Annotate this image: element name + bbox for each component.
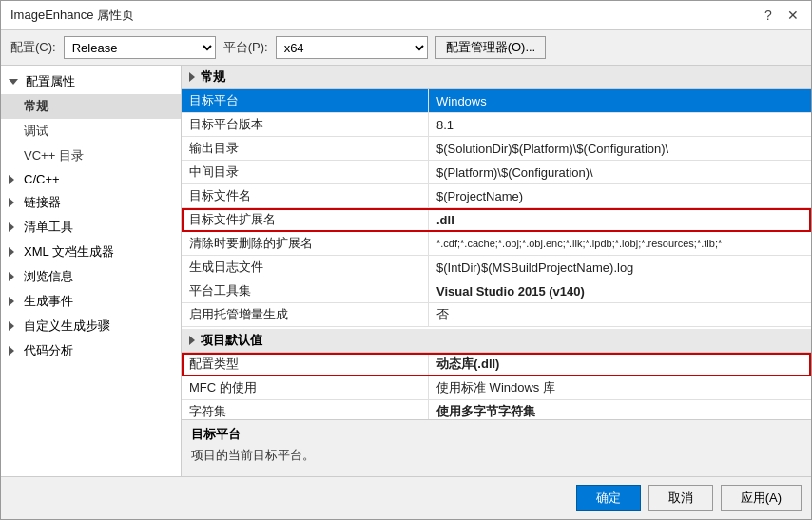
section-general-label: 常规 [201, 68, 225, 86]
prop-name-target-platform-ver: 目标平台版本 [182, 113, 429, 136]
prop-value-build-log: $(IntDir)$(MSBuildProjectName).log [429, 258, 811, 278]
sidebar-item-linker[interactable]: 链接器 [1, 190, 181, 215]
prop-name-config-type: 配置类型 [182, 353, 429, 376]
prop-value-target-platform-ver: 8.1 [429, 115, 811, 135]
section-project-defaults-header: 项目默认值 [182, 329, 811, 353]
prop-row-output-dir[interactable]: 输出目录 $(SolutionDir)$(Platform)\$(Configu… [182, 137, 811, 161]
sidebar-item-linker-label: 链接器 [24, 194, 61, 211]
ok-button[interactable]: 确定 [576, 485, 641, 511]
collapse-icon [9, 79, 18, 85]
prop-row-target-ext[interactable]: 目标文件扩展名 .dll [182, 208, 811, 232]
property-grid: 常规 目标平台 Windows 目标平台版本 8.1 输出目录 $(Soluti… [182, 66, 811, 419]
sidebar-item-cpp[interactable]: C/C++ [1, 168, 181, 190]
prop-value-intermediate-dir: $(Platform)\$(Configuration)\ [429, 163, 811, 183]
prop-name-managed-incremental: 启用托管增量生成 [182, 303, 429, 326]
sidebar-item-manifest[interactable]: 清单工具 [1, 215, 181, 240]
platform-label: 平台(P): [223, 39, 268, 56]
sidebar-item-vc-dir[interactable]: VC++ 目录 [1, 144, 181, 168]
sidebar-section-label: 配置属性 [26, 73, 75, 90]
sidebar-item-general[interactable]: 常规 [1, 94, 181, 119]
section-project-defaults-label: 项目默认值 [201, 332, 262, 349]
config-manager-button[interactable]: 配置管理器(O)... [435, 36, 547, 59]
sidebar-item-build-events-label: 生成事件 [24, 293, 73, 310]
sidebar-item-manifest-label: 清单工具 [24, 219, 73, 236]
bottom-panel-title: 目标平台 [191, 426, 802, 443]
prop-name-charset: 字符集 [182, 400, 429, 419]
prop-value-managed-incremental: 否 [429, 303, 811, 326]
prop-name-target-ext: 目标文件扩展名 [182, 208, 429, 231]
prop-row-target-name[interactable]: 目标文件名 $(ProjectName) [182, 184, 811, 208]
prop-value-clean-ext: *.cdf;*.cache;*.obj;*.obj.enc;*.ilk;*.ip… [429, 235, 811, 252]
prop-name-target-name: 目标文件名 [182, 184, 429, 207]
prop-row-target-platform-ver[interactable]: 目标平台版本 8.1 [182, 113, 811, 137]
main-dialog: ImageEnhance 属性页 ? ✕ 配置(C): Release 平台(P… [0, 0, 812, 520]
prop-name-target-platform: 目标平台 [182, 89, 429, 112]
prop-value-mfc-use: 使用标准 Windows 库 [429, 376, 811, 399]
sidebar-item-xml-label: XML 文档生成器 [24, 243, 114, 260]
prop-value-output-dir: $(SolutionDir)$(Platform)\$(Configuratio… [429, 139, 811, 159]
sidebar-item-code-analysis-label: 代码分析 [24, 342, 73, 359]
config-label: 配置(C): [10, 39, 56, 56]
sidebar-item-custom-build-label: 自定义生成步骤 [24, 318, 110, 335]
sidebar-item-browse-label: 浏览信息 [24, 268, 73, 285]
prop-value-target-ext: .dll [429, 210, 811, 230]
window-title: ImageEnhance 属性页 [10, 7, 134, 24]
title-bar: ImageEnhance 属性页 ? ✕ [1, 1, 811, 30]
dialog-footer: 确定 取消 应用(A) [1, 476, 811, 519]
sidebar-item-build-events[interactable]: 生成事件 [1, 289, 181, 314]
prop-value-target-platform: Windows [429, 91, 811, 111]
prop-row-clean-ext[interactable]: 清除时要删除的扩展名 *.cdf;*.cache;*.obj;*.obj.enc… [182, 232, 811, 256]
sidebar-item-custom-build[interactable]: 自定义生成步骤 [1, 314, 181, 338]
prop-row-target-platform[interactable]: 目标平台 Windows [182, 89, 811, 113]
prop-row-mfc-use[interactable]: MFC 的使用 使用标准 Windows 库 [182, 376, 811, 400]
sidebar-item-browse[interactable]: 浏览信息 [1, 264, 181, 289]
cancel-button[interactable]: 取消 [648, 485, 713, 511]
prop-name-clean-ext: 清除时要删除的扩展名 [182, 232, 429, 255]
prop-row-intermediate-dir[interactable]: 中间目录 $(Platform)\$(Configuration)\ [182, 161, 811, 184]
content-area: 常规 目标平台 Windows 目标平台版本 8.1 输出目录 $(Soluti… [182, 66, 811, 476]
sidebar-config-properties[interactable]: 配置属性 [1, 69, 181, 94]
apply-button[interactable]: 应用(A) [721, 485, 802, 511]
prop-row-config-type[interactable]: 配置类型 动态库(.dll) [182, 353, 811, 376]
sidebar: 配置属性 常规 调试 VC++ 目录 C/C++ 链接器 清单工具 XML 文档… [1, 66, 182, 476]
sidebar-item-code-analysis[interactable]: 代码分析 [1, 338, 181, 363]
prop-value-charset: 使用多字节字符集 [429, 400, 811, 419]
main-area: 配置属性 常规 调试 VC++ 目录 C/C++ 链接器 清单工具 XML 文档… [1, 66, 811, 476]
prop-value-platform-toolset: Visual Studio 2015 (v140) [429, 281, 811, 301]
config-select[interactable]: Release [64, 36, 216, 59]
close-button[interactable]: ✕ [784, 7, 802, 24]
prop-name-platform-toolset: 平台工具集 [182, 279, 429, 302]
prop-name-mfc-use: MFC 的使用 [182, 376, 429, 399]
prop-value-config-type: 动态库(.dll) [429, 353, 811, 376]
prop-row-platform-toolset[interactable]: 平台工具集 Visual Studio 2015 (v140) [182, 279, 811, 303]
prop-row-charset[interactable]: 字符集 使用多字节字符集 [182, 400, 811, 419]
sidebar-item-debug[interactable]: 调试 [1, 119, 181, 144]
prop-row-build-log[interactable]: 生成日志文件 $(IntDir)$(MSBuildProjectName).lo… [182, 256, 811, 279]
sidebar-item-xml[interactable]: XML 文档生成器 [1, 240, 181, 264]
title-bar-buttons: ? ✕ [760, 7, 802, 24]
prop-name-intermediate-dir: 中间目录 [182, 161, 429, 183]
section-general-header: 常规 [182, 66, 811, 89]
prop-value-target-name: $(ProjectName) [429, 186, 811, 206]
bottom-panel: 目标平台 项目的当前目标平台。 [182, 419, 811, 476]
bottom-panel-desc: 项目的当前目标平台。 [191, 447, 802, 464]
prop-name-output-dir: 输出目录 [182, 137, 429, 160]
sidebar-item-cpp-label: C/C++ [24, 172, 60, 186]
platform-select[interactable]: x64 [276, 36, 428, 59]
help-button[interactable]: ? [760, 7, 777, 24]
prop-row-managed-incremental[interactable]: 启用托管增量生成 否 [182, 303, 811, 327]
toolbar: 配置(C): Release 平台(P): x64 配置管理器(O)... [1, 30, 811, 66]
prop-name-build-log: 生成日志文件 [182, 256, 429, 279]
